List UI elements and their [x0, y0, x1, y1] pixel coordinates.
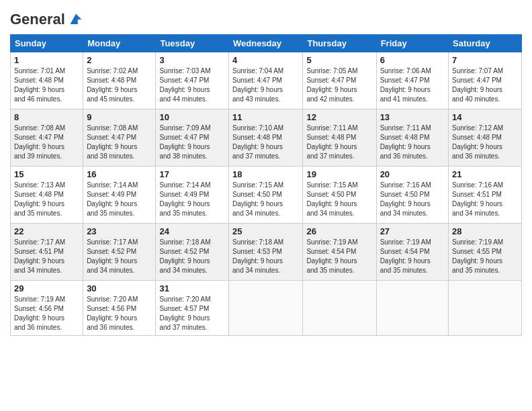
calendar-cell: 12Sunrise: 7:11 AM Sunset: 4:48 PM Dayli…: [303, 109, 376, 167]
day-info: Sunrise: 7:11 AM Sunset: 4:48 PM Dayligh…: [380, 124, 445, 161]
day-info: Sunrise: 7:10 AM Sunset: 4:48 PM Dayligh…: [232, 124, 299, 161]
calendar-week-1: 1Sunrise: 7:01 AM Sunset: 4:48 PM Daylig…: [11, 52, 522, 109]
day-info: Sunrise: 7:03 AM Sunset: 4:47 PM Dayligh…: [159, 66, 225, 104]
calendar-cell: 17Sunrise: 7:14 AM Sunset: 4:49 PM Dayli…: [156, 167, 229, 224]
calendar-cell: 7Sunrise: 7:07 AM Sunset: 4:47 PM Daylig…: [449, 52, 522, 109]
calendar-cell: 4Sunrise: 7:04 AM Sunset: 4:47 PM Daylig…: [229, 52, 303, 109]
day-number: 2: [87, 55, 152, 65]
header: General: [10, 7, 522, 29]
day-info: Sunrise: 7:09 AM Sunset: 4:47 PM Dayligh…: [159, 124, 225, 161]
calendar-cell: 1Sunrise: 7:01 AM Sunset: 4:48 PM Daylig…: [11, 52, 83, 109]
page-container: General SundayMondayTuesdayWednesdayThur…: [0, 0, 532, 339]
calendar-cell: 6Sunrise: 7:06 AM Sunset: 4:47 PM Daylig…: [376, 52, 448, 109]
day-info: Sunrise: 7:16 AM Sunset: 4:51 PM Dayligh…: [452, 181, 518, 218]
day-info: Sunrise: 7:17 AM Sunset: 4:51 PM Dayligh…: [14, 238, 79, 275]
day-number: 17: [159, 169, 225, 179]
day-number: 12: [306, 112, 372, 122]
day-info: Sunrise: 7:14 AM Sunset: 4:49 PM Dayligh…: [159, 181, 225, 218]
calendar-cell: 31Sunrise: 7:20 AM Sunset: 4:57 PM Dayli…: [156, 281, 229, 336]
day-number: 1: [14, 55, 79, 65]
calendar-cell: 23Sunrise: 7:17 AM Sunset: 4:52 PM Dayli…: [83, 224, 156, 281]
day-number: 23: [87, 226, 152, 236]
day-info: Sunrise: 7:12 AM Sunset: 4:48 PM Dayligh…: [452, 124, 518, 161]
logo-icon: [66, 10, 85, 29]
calendar-cell: 18Sunrise: 7:15 AM Sunset: 4:50 PM Dayli…: [229, 167, 303, 224]
calendar-week-5: 29Sunrise: 7:19 AM Sunset: 4:56 PM Dayli…: [11, 281, 522, 336]
day-info: Sunrise: 7:04 AM Sunset: 4:47 PM Dayligh…: [232, 66, 299, 104]
logo: General: [10, 10, 85, 29]
calendar-week-3: 15Sunrise: 7:13 AM Sunset: 4:48 PM Dayli…: [11, 167, 522, 224]
day-number: 26: [306, 226, 372, 236]
calendar-cell: [229, 281, 303, 336]
day-info: Sunrise: 7:20 AM Sunset: 4:57 PM Dayligh…: [159, 295, 225, 332]
day-number: 8: [14, 112, 79, 122]
day-info: Sunrise: 7:20 AM Sunset: 4:56 PM Dayligh…: [87, 295, 152, 332]
day-number: 13: [380, 112, 445, 122]
day-number: 27: [380, 226, 445, 236]
day-number: 6: [380, 55, 445, 65]
day-info: Sunrise: 7:11 AM Sunset: 4:48 PM Dayligh…: [306, 124, 372, 161]
weekday-monday: Monday: [83, 35, 156, 52]
calendar-week-2: 8Sunrise: 7:08 AM Sunset: 4:47 PM Daylig…: [11, 109, 522, 167]
day-info: Sunrise: 7:08 AM Sunset: 4:47 PM Dayligh…: [14, 124, 79, 161]
day-info: Sunrise: 7:05 AM Sunset: 4:47 PM Dayligh…: [306, 66, 372, 104]
calendar-cell: 29Sunrise: 7:19 AM Sunset: 4:56 PM Dayli…: [11, 281, 83, 336]
calendar-body: 1Sunrise: 7:01 AM Sunset: 4:48 PM Daylig…: [11, 52, 522, 336]
day-number: 19: [306, 169, 372, 179]
day-info: Sunrise: 7:16 AM Sunset: 4:50 PM Dayligh…: [380, 181, 445, 218]
calendar-cell: 8Sunrise: 7:08 AM Sunset: 4:47 PM Daylig…: [11, 109, 83, 167]
day-number: 14: [452, 112, 518, 122]
calendar-cell: 16Sunrise: 7:14 AM Sunset: 4:49 PM Dayli…: [83, 167, 156, 224]
day-info: Sunrise: 7:19 AM Sunset: 4:54 PM Dayligh…: [380, 238, 445, 275]
day-number: 16: [87, 169, 152, 179]
day-info: Sunrise: 7:13 AM Sunset: 4:48 PM Dayligh…: [14, 181, 79, 218]
calendar-cell: 24Sunrise: 7:18 AM Sunset: 4:52 PM Dayli…: [156, 224, 229, 281]
day-number: 25: [232, 226, 299, 236]
day-number: 18: [232, 169, 299, 179]
weekday-sunday: Sunday: [11, 35, 83, 52]
day-number: 5: [306, 55, 372, 65]
calendar-cell: 22Sunrise: 7:17 AM Sunset: 4:51 PM Dayli…: [11, 224, 83, 281]
calendar-cell: 10Sunrise: 7:09 AM Sunset: 4:47 PM Dayli…: [156, 109, 229, 167]
calendar-cell: 19Sunrise: 7:15 AM Sunset: 4:50 PM Dayli…: [303, 167, 376, 224]
calendar-cell: 27Sunrise: 7:19 AM Sunset: 4:54 PM Dayli…: [376, 224, 448, 281]
day-info: Sunrise: 7:08 AM Sunset: 4:47 PM Dayligh…: [87, 124, 152, 161]
svg-marker-0: [71, 14, 82, 24]
calendar-cell: 30Sunrise: 7:20 AM Sunset: 4:56 PM Dayli…: [83, 281, 156, 336]
day-info: Sunrise: 7:19 AM Sunset: 4:54 PM Dayligh…: [306, 238, 372, 275]
calendar-cell: 26Sunrise: 7:19 AM Sunset: 4:54 PM Dayli…: [303, 224, 376, 281]
calendar-cell: 21Sunrise: 7:16 AM Sunset: 4:51 PM Dayli…: [449, 167, 522, 224]
day-number: 28: [452, 226, 518, 236]
logo-text-general: General: [10, 11, 65, 28]
day-number: 21: [452, 169, 518, 179]
day-number: 3: [159, 55, 225, 65]
calendar-cell: [303, 281, 376, 336]
weekday-wednesday: Wednesday: [229, 35, 303, 52]
day-number: 15: [14, 169, 79, 179]
day-number: 11: [232, 112, 299, 122]
day-info: Sunrise: 7:07 AM Sunset: 4:47 PM Dayligh…: [452, 66, 518, 104]
calendar-cell: 20Sunrise: 7:16 AM Sunset: 4:50 PM Dayli…: [376, 167, 448, 224]
calendar-cell: 2Sunrise: 7:02 AM Sunset: 4:48 PM Daylig…: [83, 52, 156, 109]
day-info: Sunrise: 7:17 AM Sunset: 4:52 PM Dayligh…: [87, 238, 152, 275]
calendar-cell: 25Sunrise: 7:18 AM Sunset: 4:53 PM Dayli…: [229, 224, 303, 281]
weekday-saturday: Saturday: [449, 35, 522, 52]
calendar-cell: [376, 281, 448, 336]
day-info: Sunrise: 7:18 AM Sunset: 4:53 PM Dayligh…: [232, 238, 299, 275]
day-info: Sunrise: 7:15 AM Sunset: 4:50 PM Dayligh…: [232, 181, 299, 218]
day-number: 22: [14, 226, 79, 236]
calendar-cell: [449, 281, 522, 336]
day-info: Sunrise: 7:19 AM Sunset: 4:56 PM Dayligh…: [14, 295, 79, 332]
calendar-cell: 28Sunrise: 7:19 AM Sunset: 4:55 PM Dayli…: [449, 224, 522, 281]
calendar-table: SundayMondayTuesdayWednesdayThursdayFrid…: [10, 34, 522, 336]
calendar-cell: 15Sunrise: 7:13 AM Sunset: 4:48 PM Dayli…: [11, 167, 83, 224]
day-number: 31: [159, 283, 225, 293]
day-info: Sunrise: 7:15 AM Sunset: 4:50 PM Dayligh…: [306, 181, 372, 218]
day-info: Sunrise: 7:19 AM Sunset: 4:55 PM Dayligh…: [452, 238, 518, 275]
calendar-cell: 11Sunrise: 7:10 AM Sunset: 4:48 PM Dayli…: [229, 109, 303, 167]
weekday-tuesday: Tuesday: [156, 35, 229, 52]
day-number: 4: [232, 55, 299, 65]
calendar-cell: 3Sunrise: 7:03 AM Sunset: 4:47 PM Daylig…: [156, 52, 229, 109]
calendar-cell: 14Sunrise: 7:12 AM Sunset: 4:48 PM Dayli…: [449, 109, 522, 167]
day-info: Sunrise: 7:14 AM Sunset: 4:49 PM Dayligh…: [87, 181, 152, 218]
